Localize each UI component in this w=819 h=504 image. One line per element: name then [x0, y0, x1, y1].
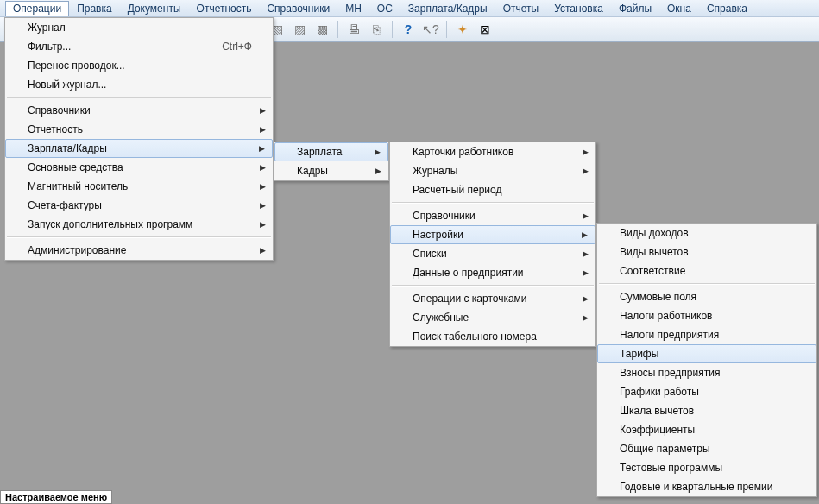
- menu-item-lists[interactable]: Списки▶: [390, 244, 595, 263]
- menu-item-newjournal[interactable]: Новый журнал...: [5, 75, 273, 94]
- chevron-right-icon: ▶: [260, 246, 266, 255]
- menu-item-invoices[interactable]: Счета-фактуры▶: [5, 196, 273, 215]
- menu-item-contributions[interactable]: Взносы предприятия: [597, 363, 816, 382]
- menu-item-deduction-types[interactable]: Виды вычетов: [597, 243, 816, 261]
- menu-item-journal[interactable]: Журнал: [5, 18, 273, 37]
- menu-item-sumfields[interactable]: Суммовые поля: [597, 287, 816, 306]
- chevron-right-icon: ▶: [260, 182, 266, 191]
- chevron-right-icon: ▶: [375, 148, 381, 156]
- chevron-right-icon: ▶: [583, 249, 589, 258]
- menu-windows[interactable]: Окна: [659, 1, 699, 16]
- menu-separator: [392, 202, 594, 204]
- chevron-right-icon: ▶: [583, 167, 589, 175]
- menu-item-cardops[interactable]: Операции с карточками▶: [390, 289, 595, 308]
- menu-item-coefficients[interactable]: Коэффициенты: [597, 420, 816, 439]
- menu-item-bonuses[interactable]: Годовые и квартальные премии: [597, 477, 816, 496]
- menu-item-runprograms[interactable]: Запуск дополнительных программ▶: [5, 215, 273, 234]
- menu-item-salary[interactable]: Зарплата▶: [274, 142, 388, 161]
- menu-mn[interactable]: МН: [337, 1, 369, 16]
- chevron-right-icon: ▶: [260, 163, 266, 172]
- chevron-right-icon: ▶: [375, 167, 381, 175]
- menu-item-directories2[interactable]: Справочники▶: [390, 206, 595, 225]
- menu-separator: [392, 285, 594, 287]
- payroll-submenu: Зарплата▶ Кадры▶: [274, 142, 389, 181]
- chevron-right-icon: ▶: [583, 313, 589, 322]
- tool-app-icon[interactable]: ✦: [453, 20, 472, 39]
- menu-directories[interactable]: Справочники: [259, 1, 337, 16]
- chevron-right-icon: ▶: [583, 268, 589, 277]
- status-text: Настраиваемое меню: [0, 490, 112, 504]
- tool-close-icon[interactable]: ⊠: [476, 20, 495, 39]
- settings-submenu: Виды доходов Виды вычетов Соответствие С…: [596, 223, 817, 497]
- tool-separator: [446, 21, 447, 38]
- menu-separator: [599, 283, 815, 285]
- salary-submenu: Карточки работников▶ Журналы▶ Расчетный …: [389, 142, 596, 347]
- menu-item-magnetic[interactable]: Магнитный носитель▶: [5, 177, 273, 196]
- chevron-right-icon: ▶: [259, 144, 265, 153]
- tool-separator: [337, 21, 338, 38]
- menu-item-deductionscale[interactable]: Шкала вычетов: [597, 401, 816, 420]
- menu-item-employeecards[interactable]: Карточки работников▶: [390, 142, 595, 161]
- menu-item-schedules[interactable]: Графики работы: [597, 382, 816, 401]
- menu-payroll[interactable]: Зарплата/Кадры: [400, 1, 495, 16]
- menu-item-income-types[interactable]: Виды доходов: [597, 224, 816, 243]
- menu-documents[interactable]: Документы: [120, 1, 189, 16]
- menu-setup[interactable]: Установка: [546, 1, 611, 16]
- menu-item-reporting[interactable]: Отчетность▶: [5, 120, 273, 139]
- menu-item-comptaxes[interactable]: Налоги предприятия: [597, 325, 816, 344]
- menu-item-settings[interactable]: Настройки▶: [390, 225, 595, 244]
- chevron-right-icon: ▶: [260, 201, 266, 210]
- tool-print-icon[interactable]: 🖶: [344, 20, 363, 39]
- tool-whatsthis-icon[interactable]: ↖?: [421, 20, 440, 39]
- menu-separator: [7, 236, 271, 238]
- menu-item-fixedassets[interactable]: Основные средства▶: [5, 158, 273, 177]
- menu-item-genparams[interactable]: Общие параметры: [597, 439, 816, 458]
- menu-item-transfer[interactable]: Перенос проводок...: [5, 56, 273, 75]
- chevron-right-icon: ▶: [260, 220, 266, 229]
- menu-item-companydata[interactable]: Данные о предприятии▶: [390, 263, 595, 282]
- menu-reporting[interactable]: Отчетность: [189, 1, 260, 16]
- menu-files[interactable]: Файлы: [611, 1, 659, 16]
- tool-separator: [392, 21, 393, 38]
- chevron-right-icon: ▶: [260, 106, 266, 115]
- menu-item-period[interactable]: Расчетный период: [390, 180, 595, 199]
- tool-icon[interactable]: ⎘: [367, 20, 386, 39]
- menu-item-filter[interactable]: Фильтр...Ctrl+Ф: [5, 37, 273, 56]
- chevron-right-icon: ▶: [583, 148, 589, 156]
- menu-operations[interactable]: Операции: [5, 1, 69, 16]
- menu-item-correspondence[interactable]: Соответствие: [597, 261, 816, 280]
- menu-item-emptaxes[interactable]: Налоги работников: [597, 306, 816, 325]
- menu-item-testprograms[interactable]: Тестовые программы: [597, 458, 816, 477]
- menu-separator: [7, 97, 271, 98]
- chevron-right-icon: ▶: [260, 125, 266, 134]
- menu-item-admin[interactable]: Администрирование▶: [5, 241, 273, 260]
- chevron-right-icon: ▶: [582, 230, 588, 239]
- menu-item-findnumber[interactable]: Поиск табельного номера: [390, 327, 595, 346]
- tool-help-icon[interactable]: ?: [399, 20, 418, 39]
- menu-item-tariffs[interactable]: Тарифы: [597, 344, 816, 363]
- menu-os[interactable]: ОС: [369, 1, 400, 16]
- tool-icon[interactable]: ▨: [290, 20, 309, 39]
- menu-item-directories[interactable]: Справочники▶: [5, 101, 273, 120]
- menu-item-personnel[interactable]: Кадры▶: [274, 161, 388, 180]
- menu-edit[interactable]: Правка: [69, 1, 120, 16]
- menu-item-payroll[interactable]: Зарплата/Кадры▶: [5, 139, 273, 158]
- chevron-right-icon: ▶: [583, 294, 589, 303]
- operations-menu: Журнал Фильтр...Ctrl+Ф Перенос проводок.…: [4, 17, 274, 261]
- chevron-right-icon: ▶: [583, 211, 589, 220]
- menu-item-journals[interactable]: Журналы▶: [390, 161, 595, 180]
- menubar: Операции Правка Документы Отчетность Спр…: [0, 0, 819, 17]
- menu-help[interactable]: Справка: [699, 1, 755, 16]
- menu-item-service[interactable]: Служебные▶: [390, 308, 595, 327]
- tool-icon[interactable]: ▩: [312, 20, 331, 39]
- menu-reports[interactable]: Отчеты: [495, 1, 546, 16]
